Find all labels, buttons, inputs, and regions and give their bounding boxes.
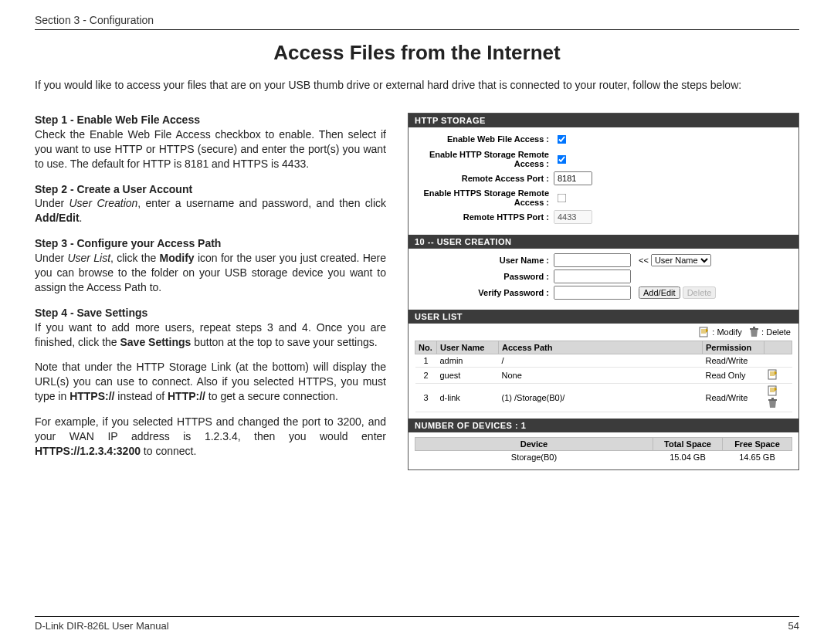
user-name-cell: guest (437, 368, 499, 384)
user-name-select[interactable]: User Name (651, 254, 711, 266)
step4-p2-mid: instead of (114, 390, 168, 402)
enable-http-remote-checkbox[interactable] (558, 154, 567, 164)
arrows-label: << (639, 256, 649, 265)
user-no: 3 (415, 384, 437, 412)
device-cell: Storage(B0) (415, 451, 653, 464)
step4-p3-pre: For example, if you selected HTTPS and c… (35, 415, 386, 442)
enable-web-file-access-checkbox[interactable] (558, 135, 567, 144)
verify-password-label: Verify Password : (415, 288, 554, 297)
dev-header-free: Free Space (723, 438, 792, 451)
add-edit-button[interactable]: Add/Edit (639, 286, 680, 299)
delete-button[interactable]: Delete (683, 286, 717, 299)
user-creation-bar: 10 -- USER CREATION (409, 235, 798, 249)
modify-icon[interactable] (768, 372, 778, 381)
enable-web-file-access-label: Enable Web File Access : (415, 134, 554, 144)
delete-icon (749, 327, 759, 339)
step3-ital: User List (67, 252, 110, 264)
section-header: Section 3 - Configuration (35, 14, 799, 26)
step4-p2-post: to get a secure connection. (205, 390, 338, 402)
delete-icon[interactable] (768, 401, 778, 410)
step4-p3-post: to connect. (141, 445, 196, 457)
remote-https-port-input[interactable] (554, 210, 592, 224)
password-label: Password : (415, 272, 554, 281)
svg-rect-5 (768, 399, 777, 401)
step3-title: Step 3 - Configure your Access Path (35, 237, 221, 249)
page-title: Access Files from the Internet (35, 41, 799, 65)
user-list-table: No. User Name Access Path Permission 1ad… (415, 341, 792, 412)
user-no: 1 (415, 354, 437, 368)
remote-https-port-label: Remote HTTPS Port : (415, 212, 554, 222)
user-name-label: User Name : (415, 256, 554, 265)
instructions-column: Step 1 - Enable Web File Access Check th… (35, 113, 386, 470)
access-path-cell: (1) /Storage(B0)/ (499, 384, 703, 412)
footer-manual: D-Link DIR-826L User Manual (35, 620, 169, 632)
total-space-cell: 15.04 GB (653, 451, 723, 464)
remote-access-port-label: Remote Access Port : (415, 174, 554, 183)
footer-rule (35, 616, 799, 617)
table-row: 3d-link(1) /Storage(B0)/Read/Write (415, 384, 792, 412)
user-name-cell: d-link (437, 384, 499, 412)
actions-cell (764, 368, 792, 384)
svg-rect-1 (750, 328, 758, 330)
step2-end: . (80, 212, 83, 224)
user-list-bar: USER LIST (409, 310, 798, 324)
devices-table: Device Total Space Free Space Storage(B0… (415, 437, 792, 463)
ul-header-path: Access Path (499, 341, 703, 354)
enable-https-remote-label: Enable HTTPS Storage Remote Access : (415, 188, 554, 207)
table-row: Storage(B0)15.04 GB14.65 GB (415, 451, 792, 464)
step4-p3-bold: HTTPS://1.2.3.4:3200 (35, 445, 141, 457)
header-rule (35, 29, 799, 30)
legend-modify-text: : Modify (712, 327, 742, 337)
access-path-cell: None (499, 368, 703, 384)
step4-title: Step 4 - Save Settings (35, 307, 147, 319)
access-path-cell: / (499, 354, 703, 368)
ul-header-user: User Name (437, 341, 499, 354)
router-config-panel: HTTP STORAGE Enable Web File Access : En… (408, 113, 799, 470)
actions-cell (764, 384, 792, 412)
svg-rect-2 (753, 327, 755, 328)
user-name-input[interactable] (554, 253, 631, 267)
modify-icon[interactable] (768, 388, 778, 398)
step2-pre: Under (35, 197, 70, 209)
http-storage-bar: HTTP STORAGE (409, 114, 798, 127)
step1-title: Step 1 - Enable Web File Access (35, 114, 200, 126)
table-row: 1admin/Read/Write (415, 354, 792, 368)
step3-mid1: , click the (110, 252, 159, 264)
step4-p2-b2: HTTP:// (168, 390, 205, 402)
actions-cell (764, 354, 792, 368)
verify-password-input[interactable] (554, 286, 631, 300)
footer-page: 54 (788, 620, 799, 632)
permission-cell: Read/Write (703, 354, 764, 368)
step2-ital: User Creation (70, 197, 138, 209)
enable-https-remote-checkbox[interactable] (558, 193, 567, 202)
ul-header-perm: Permission (703, 341, 764, 354)
devices-bar: NUMBER OF DEVICES : 1 (409, 419, 798, 432)
step3-pre: Under (35, 252, 67, 264)
step1-body: Check the Enable Web File Access checkbo… (35, 128, 386, 170)
step2-bold: Add/Edit (35, 212, 80, 224)
step4-p1-bold: Save Settings (120, 336, 192, 348)
step2-title: Step 2 - Create a User Account (35, 183, 192, 195)
user-name-cell: admin (437, 354, 499, 368)
table-row: 2guestNoneRead Only (415, 368, 792, 384)
permission-cell: Read Only (703, 368, 764, 384)
step2-mid: , enter a username and password, and the… (137, 197, 386, 209)
step4-p2-b1: HTTPS:// (70, 390, 114, 402)
step3-bold: Modify (160, 252, 195, 264)
enable-http-remote-label: Enable HTTP Storage Remote Access : (415, 150, 554, 168)
modify-icon (699, 327, 710, 339)
intro-text: If you would like to access your files t… (35, 79, 799, 91)
ul-header-no: No. (415, 341, 437, 354)
remote-access-port-input[interactable] (554, 171, 592, 185)
step4-p1-post: button at the top to save your settings. (191, 336, 377, 348)
svg-rect-6 (771, 398, 774, 399)
legend-delete-text: : Delete (761, 327, 791, 337)
permission-cell: Read/Write (703, 384, 764, 412)
dev-header-total: Total Space (653, 438, 723, 451)
user-list-legend: : Modify : Delete (409, 324, 798, 341)
free-space-cell: 14.65 GB (723, 451, 792, 464)
dev-header-device: Device (415, 438, 653, 451)
password-input[interactable] (554, 269, 631, 283)
user-no: 2 (415, 368, 437, 384)
